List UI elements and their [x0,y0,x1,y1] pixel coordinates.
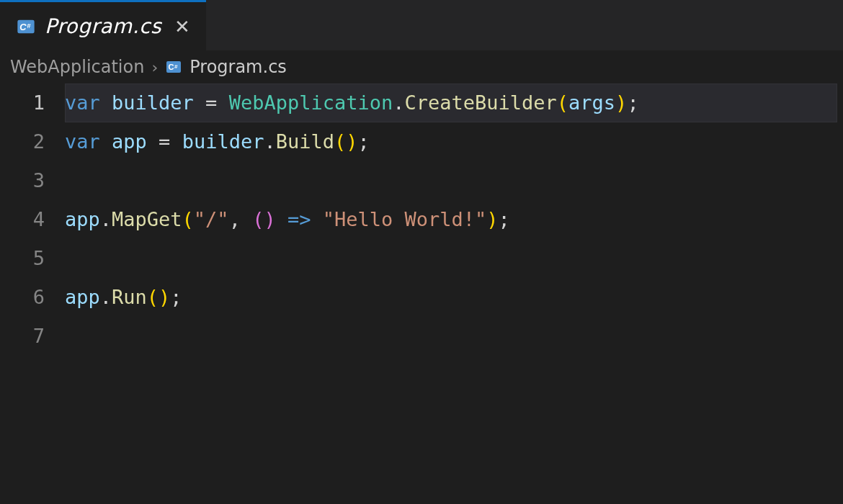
svg-text:C: C [169,63,174,71]
line-number-gutter: 1234567 [0,84,65,356]
csharp-file-icon: C# [16,17,36,37]
code-line[interactable]: var builder = WebApplication.CreateBuild… [65,84,837,122]
svg-text:C: C [19,21,27,32]
line-number: 5 [0,239,45,278]
code-line[interactable] [65,317,837,356]
tab-filename: Program.cs [45,14,161,38]
code-line[interactable] [65,161,837,200]
line-number: 7 [0,317,45,356]
line-number: 1 [0,84,45,122]
breadcrumb: WebApplication › C# Program.cs [0,50,843,84]
tab-program-cs[interactable]: C# Program.cs ✕ [0,0,206,50]
csharp-file-icon: C# [165,58,182,76]
line-number: 2 [0,122,45,161]
close-icon[interactable]: ✕ [170,16,190,37]
code-line[interactable]: app.MapGet("/", () => "Hello World!"); [65,200,837,239]
code-line[interactable] [65,239,837,278]
code-editor[interactable]: 1234567 var builder = WebApplication.Cre… [0,84,843,356]
svg-text:#: # [27,22,31,29]
code-line[interactable]: var app = builder.Build(); [65,122,837,161]
code-line[interactable]: app.Run(); [65,278,837,317]
breadcrumb-item-project[interactable]: WebApplication [10,57,144,77]
chevron-right-icon: › [151,58,158,76]
svg-text:#: # [174,63,178,70]
code-area[interactable]: var builder = WebApplication.CreateBuild… [65,84,843,356]
tab-bar: C# Program.cs ✕ [0,0,843,50]
breadcrumb-item-file[interactable]: Program.cs [189,57,287,77]
line-number: 6 [0,278,45,317]
line-number: 4 [0,200,45,239]
line-number: 3 [0,161,45,200]
